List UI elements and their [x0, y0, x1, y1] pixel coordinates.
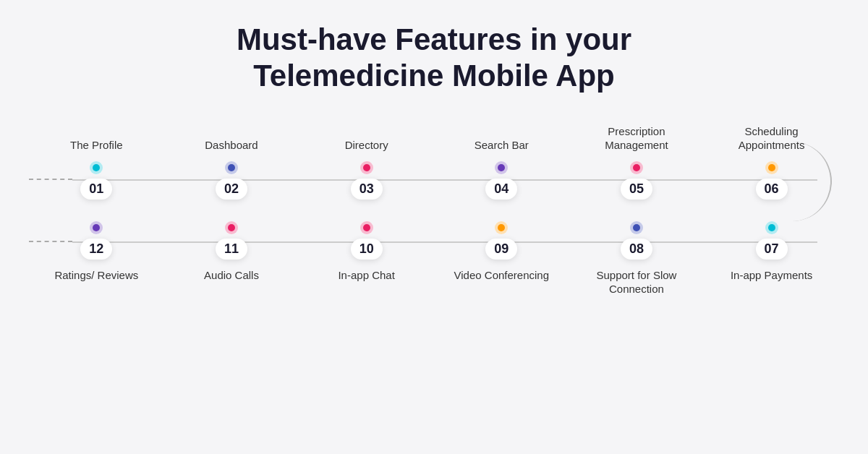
node-11: 11: [216, 221, 247, 260]
page-title: Must-have Features in your Telemedicine …: [237, 22, 631, 95]
node-06: 06: [756, 161, 788, 200]
dot-04: [498, 164, 505, 171]
number-badge-03: 03: [351, 179, 383, 200]
dot-wrapper-11: [225, 221, 238, 234]
row1: The Profile 01 Dashboard 02 Directory 03…: [29, 124, 839, 200]
feature-label-11: Audio Calls: [204, 268, 259, 297]
feature-item-06: Scheduling Appointments 06: [721, 124, 822, 200]
feature-item-12: 12 Ratings/ Reviews: [46, 221, 147, 297]
feature-item-02: Dashboard 02: [181, 124, 282, 200]
dot-wrapper-12: [90, 221, 103, 234]
feature-label-07: In-app Payments: [731, 268, 812, 297]
number-badge-02: 02: [216, 179, 247, 200]
node-07: 07: [756, 221, 788, 260]
dot-wrapper-02: [225, 161, 238, 174]
dot-06: [768, 164, 775, 171]
feature-label-05: Prescription Management: [586, 124, 687, 153]
number-badge-12: 12: [80, 239, 112, 260]
feature-label-03: Directory: [345, 124, 388, 153]
node-03: 03: [351, 161, 383, 200]
feature-label-09: Video Conferencing: [454, 268, 549, 297]
dot-wrapper-01: [90, 161, 103, 174]
feature-item-08: 08 Support for Slow Connection: [586, 221, 687, 297]
node-05: 05: [621, 161, 652, 200]
dot-wrapper-09: [495, 221, 508, 234]
dot-09: [498, 224, 505, 231]
dot-wrapper-06: [765, 161, 778, 174]
feature-label-02: Dashboard: [205, 124, 258, 153]
number-badge-08: 08: [621, 239, 652, 260]
feature-label-04: Search Bar: [475, 124, 529, 153]
number-badge-06: 06: [756, 179, 788, 200]
row1-items: The Profile 01 Dashboard 02 Directory 03…: [29, 124, 839, 200]
node-10: 10: [351, 221, 383, 260]
node-12: 12: [80, 221, 112, 260]
dot-02: [228, 164, 235, 171]
feature-item-03: Directory 03: [316, 124, 417, 200]
feature-item-04: Search Bar 04: [451, 124, 552, 200]
number-badge-07: 07: [756, 239, 788, 260]
feature-label-10: In-app Chat: [338, 268, 394, 297]
dot-08: [633, 224, 640, 231]
node-04: 04: [485, 161, 517, 200]
feature-item-09: 09 Video Conferencing: [451, 221, 552, 297]
number-badge-10: 10: [351, 239, 383, 260]
dot-wrapper-08: [630, 221, 643, 234]
row2-items: 12 Ratings/ Reviews 11 Audio Calls 10 In…: [29, 221, 839, 297]
feature-item-01: The Profile 01: [46, 124, 147, 200]
dot-05: [633, 164, 640, 171]
feature-item-10: 10 In-app Chat: [316, 221, 417, 297]
feature-label-06: Scheduling Appointments: [721, 124, 822, 153]
dot-wrapper-03: [360, 161, 373, 174]
dot-wrapper-10: [360, 221, 373, 234]
dot-wrapper-04: [495, 161, 508, 174]
number-badge-01: 01: [80, 179, 112, 200]
number-badge-09: 09: [485, 239, 517, 260]
dot-01: [93, 164, 100, 171]
node-08: 08: [621, 221, 652, 260]
feature-item-11: 11 Audio Calls: [181, 221, 282, 297]
feature-label-12: Ratings/ Reviews: [54, 268, 138, 297]
dot-11: [228, 224, 235, 231]
timeline-section: The Profile 01 Dashboard 02 Directory 03…: [29, 124, 839, 297]
feature-item-07: 07 In-app Payments: [721, 221, 822, 297]
node-02: 02: [216, 161, 247, 200]
dot-12: [93, 224, 100, 231]
feature-label-08: Support for Slow Connection: [586, 268, 687, 297]
dot-wrapper-05: [630, 161, 643, 174]
feature-label-01: The Profile: [70, 124, 123, 153]
row2: 12 Ratings/ Reviews 11 Audio Calls 10 In…: [29, 221, 839, 297]
feature-item-05: Prescription Management 05: [586, 124, 687, 200]
number-badge-04: 04: [485, 179, 517, 200]
dot-07: [768, 224, 775, 231]
number-badge-05: 05: [621, 179, 652, 200]
number-badge-11: 11: [216, 239, 247, 260]
node-09: 09: [485, 221, 517, 260]
dot-10: [363, 224, 370, 231]
dot-03: [363, 164, 370, 171]
node-01: 01: [80, 161, 112, 200]
main-container: Must-have Features in your Telemedicine …: [0, 0, 868, 454]
dot-wrapper-07: [765, 221, 778, 234]
